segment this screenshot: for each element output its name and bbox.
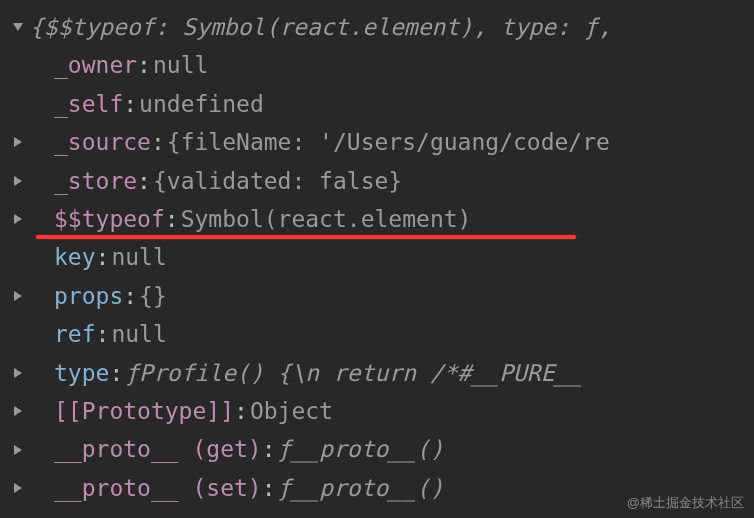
colon: : (151, 123, 165, 161)
object-line: _self: undefined (0, 85, 754, 123)
property-value: null (153, 46, 208, 84)
expand-arrow-icon[interactable] (6, 367, 30, 379)
function-glyph: ƒ (125, 354, 139, 392)
property-key: key (54, 238, 96, 276)
expand-arrow-icon[interactable] (6, 482, 30, 494)
property-value: Profile() {\n return /*#__PURE__ (139, 354, 582, 392)
expand-arrow-icon[interactable] (6, 136, 30, 148)
property-value: null (111, 315, 166, 353)
object-line: _owner: null (0, 46, 754, 84)
property-value: Object (250, 392, 333, 430)
function-glyph: ƒ (278, 430, 292, 468)
colon: : (109, 354, 123, 392)
colon: : (137, 162, 151, 200)
colon: : (96, 238, 110, 276)
colon: : (165, 200, 179, 238)
property-value: __proto__() (291, 469, 443, 507)
property-value: undefined (139, 85, 264, 123)
object-line[interactable]: [[Prototype]]: Object (0, 392, 754, 430)
property-value: {fileName: '/Users/guang/code/re (167, 123, 610, 161)
expand-arrow-icon[interactable] (6, 444, 30, 456)
property-key: _self (54, 85, 123, 123)
property-key: _owner (54, 46, 137, 84)
property-value: Symbol(react.element) (181, 200, 472, 238)
property-value: __proto__() (291, 430, 443, 468)
property-value: {validated: false} (153, 162, 402, 200)
property-key: _source (54, 123, 151, 161)
colon: : (96, 315, 110, 353)
object-line: ref: null (0, 315, 754, 353)
property-key: $$typeof (54, 200, 165, 238)
property-key: __proto__ (set) (54, 469, 262, 507)
object-line[interactable]: __proto__ (get): ƒ __proto__() (0, 430, 754, 468)
colon: : (262, 430, 276, 468)
object-line[interactable]: type: ƒ Profile() {\n return /*#__PURE__ (0, 354, 754, 392)
object-line[interactable]: $$typeof: Symbol(react.element) (0, 200, 754, 238)
property-value: null (111, 238, 166, 276)
property-value: {$$typeof: Symbol(react.element), type: … (30, 8, 612, 46)
console-object-view: {$$typeof: Symbol(react.element), type: … (0, 8, 754, 507)
object-line: key: null (0, 238, 754, 276)
colon: : (123, 85, 137, 123)
colon: : (234, 392, 248, 430)
expand-arrow-icon[interactable] (6, 21, 30, 33)
expand-arrow-icon[interactable] (6, 290, 30, 302)
function-glyph: ƒ (278, 469, 292, 507)
property-key: ref (54, 315, 96, 353)
expand-arrow-icon[interactable] (6, 405, 30, 417)
object-line[interactable]: props: {} (0, 277, 754, 315)
property-key: __proto__ (get) (54, 430, 262, 468)
property-key: type (54, 354, 109, 392)
annotation-underline (36, 235, 576, 239)
watermark: @稀土掘金技术社区 (627, 494, 744, 512)
object-line: {$$typeof: Symbol(react.element), type: … (0, 8, 754, 46)
expand-arrow-icon[interactable] (6, 213, 30, 225)
colon: : (262, 469, 276, 507)
expand-arrow-icon[interactable] (6, 175, 30, 187)
property-value: {} (139, 277, 167, 315)
object-line[interactable]: _source: {fileName: '/Users/guang/code/r… (0, 123, 754, 161)
colon: : (123, 277, 137, 315)
object-line[interactable]: _store: {validated: false} (0, 162, 754, 200)
property-key: props (54, 277, 123, 315)
property-key: _store (54, 162, 137, 200)
colon: : (137, 46, 151, 84)
property-key: [[Prototype]] (54, 392, 234, 430)
